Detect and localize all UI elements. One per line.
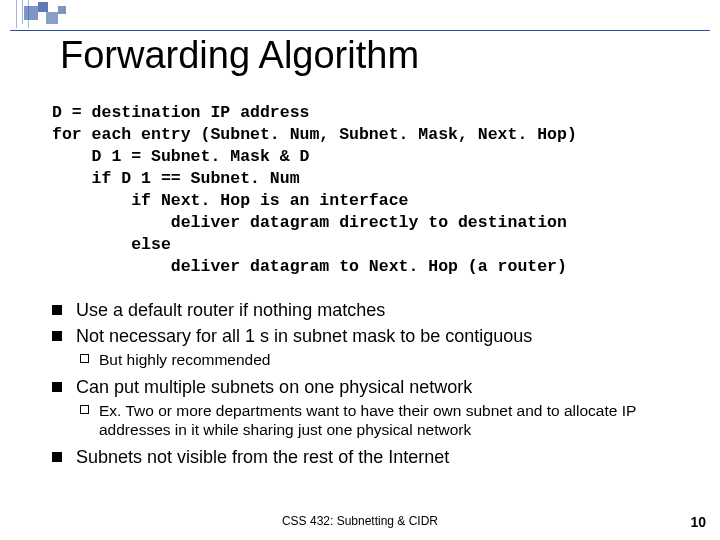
list-item-text: Not necessary for all 1 s in subnet mask…: [76, 324, 532, 348]
hollow-square-bullet-icon: [80, 354, 89, 363]
square-bullet-icon: [52, 382, 62, 392]
sub-list-item: But highly recommended: [80, 350, 682, 369]
list-item: Subnets not visible from the rest of the…: [52, 445, 682, 469]
sub-list-item-text: Ex. Two or more departments want to have…: [99, 401, 682, 439]
list-item: Use a default router if nothing matches: [52, 298, 682, 322]
list-item-text: Use a default router if nothing matches: [76, 298, 385, 322]
list-item-text: Can put multiple subnets on one physical…: [76, 375, 472, 399]
square-bullet-icon: [52, 452, 62, 462]
algorithm-code-block: D = destination IP address for each entr…: [52, 102, 672, 278]
bullet-list: Use a default router if nothing matches …: [52, 298, 682, 471]
hollow-square-bullet-icon: [80, 405, 89, 414]
slide-corner-decoration: [0, 0, 720, 36]
sub-list-item: Ex. Two or more departments want to have…: [80, 401, 682, 439]
list-item: Not necessary for all 1 s in subnet mask…: [52, 324, 682, 348]
sub-list-item-text: But highly recommended: [99, 350, 270, 369]
slide-footer: CSS 432: Subnetting & CIDR: [0, 514, 720, 528]
list-item: Can put multiple subnets on one physical…: [52, 375, 682, 399]
list-item-text: Subnets not visible from the rest of the…: [76, 445, 449, 469]
square-bullet-icon: [52, 331, 62, 341]
page-number: 10: [690, 514, 706, 530]
square-bullet-icon: [52, 305, 62, 315]
slide-title: Forwarding Algorithm: [60, 34, 419, 77]
